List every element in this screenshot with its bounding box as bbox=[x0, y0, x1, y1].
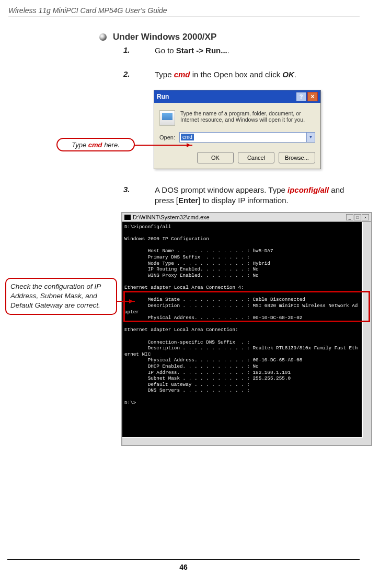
open-input[interactable]: cmd ▼ bbox=[179, 132, 315, 143]
close-icon[interactable]: × bbox=[362, 214, 369, 220]
callout-arrow-icon bbox=[116, 301, 135, 302]
dos-highlight-box bbox=[123, 291, 370, 322]
step-2-number: 2. bbox=[123, 69, 136, 80]
dos-window-title: D:\WINNT\System32\cmd.exe bbox=[133, 214, 210, 220]
step-3-text: A DOS prompt window appears. Type ipconf… bbox=[155, 185, 360, 206]
doc-title: Wireless 11g MiniPCI Card MP54G User's G… bbox=[8, 6, 360, 17]
run-description: Type the name of a program, folder, docu… bbox=[180, 110, 315, 126]
help-icon[interactable]: ? bbox=[296, 92, 306, 101]
open-input-value: cmd bbox=[181, 134, 194, 140]
step-2-text: Type cmd in the Open box and click OK. bbox=[155, 69, 360, 80]
ok-button[interactable]: OK bbox=[197, 152, 234, 163]
page-number: 46 bbox=[7, 559, 360, 571]
callout-type-cmd: Type cmd here. bbox=[56, 138, 135, 151]
horizontal-scrollbar[interactable] bbox=[122, 438, 371, 445]
terminal-icon bbox=[124, 215, 131, 220]
run-dialog-title: Run bbox=[157, 93, 169, 100]
step-1-number: 1. bbox=[123, 45, 136, 56]
chevron-down-icon[interactable]: ▼ bbox=[306, 133, 315, 142]
open-label: Open: bbox=[159, 134, 175, 140]
vertical-scrollbar[interactable] bbox=[363, 222, 371, 438]
close-icon[interactable]: × bbox=[307, 92, 318, 101]
callout-arrow-icon bbox=[134, 145, 192, 146]
run-dialog: Run ? × Type the name of a program, fold… bbox=[154, 90, 321, 169]
dos-output: D:\>ipconfig/all Windows 2000 IP Configu… bbox=[122, 222, 371, 445]
section-heading: Under Windows 2000/XP bbox=[113, 32, 216, 42]
step-3-number: 3. bbox=[123, 185, 136, 206]
dos-window: D:\WINNT\System32\cmd.exe _ □ × D:\>ipco… bbox=[121, 212, 372, 446]
callout-check-config: Check the configuration of IP Address, S… bbox=[5, 278, 117, 315]
step-1-text: Go to Start -> Run.... bbox=[155, 45, 360, 56]
run-program-icon bbox=[159, 110, 175, 126]
section-bullet-icon bbox=[99, 33, 107, 41]
browse-button[interactable]: Browse... bbox=[279, 152, 315, 163]
cancel-button[interactable]: Cancel bbox=[238, 152, 274, 163]
minimize-icon[interactable]: _ bbox=[346, 214, 353, 220]
run-dialog-titlebar: Run ? × bbox=[154, 90, 320, 103]
maximize-icon[interactable]: □ bbox=[354, 214, 361, 220]
